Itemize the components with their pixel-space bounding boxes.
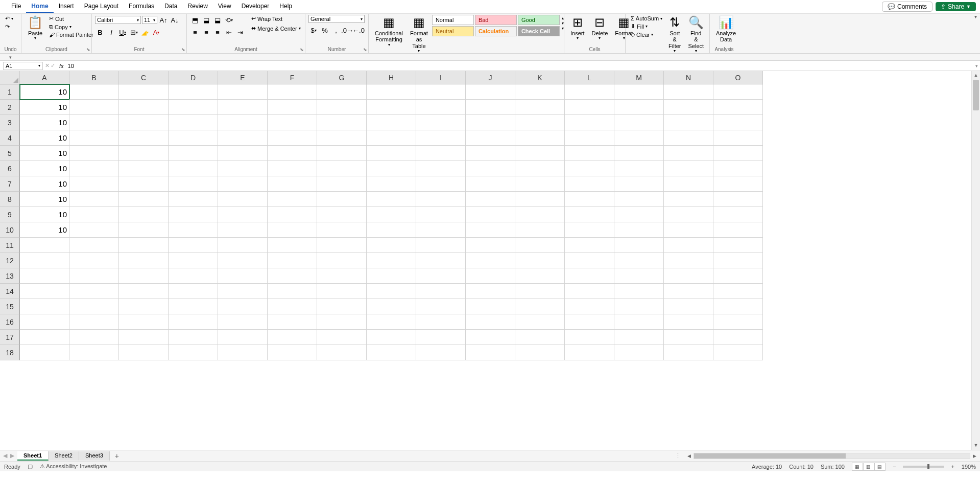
menu-tab-review[interactable]: Review — [182, 1, 212, 13]
cell-G11[interactable] — [317, 238, 367, 253]
cell-O3[interactable] — [713, 115, 763, 130]
cell-F1[interactable] — [268, 84, 317, 100]
align-center-button[interactable]: ≡ — [201, 27, 211, 37]
cell-H10[interactable] — [367, 222, 416, 238]
cell-N14[interactable] — [664, 284, 713, 299]
hscroll-thumb[interactable] — [694, 453, 846, 459]
name-box[interactable]: A1▾ — [3, 62, 43, 70]
cell-H17[interactable] — [367, 330, 416, 345]
cell-K13[interactable] — [515, 268, 565, 284]
alignment-launcher[interactable]: ⬊ — [300, 47, 304, 52]
analyze-data-button[interactable]: 📊Analyze Data — [713, 15, 739, 44]
add-sheet-button[interactable]: + — [110, 452, 124, 460]
cell-M7[interactable] — [614, 176, 664, 192]
cell-M8[interactable] — [614, 192, 664, 207]
cell-J15[interactable] — [466, 299, 515, 314]
cell-K16[interactable] — [515, 314, 565, 330]
cell-B15[interactable] — [69, 299, 119, 314]
menu-tab-view[interactable]: View — [213, 1, 236, 13]
cell-B17[interactable] — [69, 330, 119, 345]
cell-M16[interactable] — [614, 314, 664, 330]
row-header-8[interactable]: 8 — [0, 192, 20, 207]
cell-M11[interactable] — [614, 238, 664, 253]
cell-K8[interactable] — [515, 192, 565, 207]
cell-N7[interactable] — [664, 176, 713, 192]
cell-O4[interactable] — [713, 130, 763, 146]
cell-E8[interactable] — [218, 192, 268, 207]
cell-F11[interactable] — [268, 238, 317, 253]
cell-K6[interactable] — [515, 161, 565, 176]
cell-J2[interactable] — [466, 100, 515, 115]
increase-indent-button[interactable]: ⇥ — [235, 27, 245, 37]
view-page-layout-button[interactable]: ▥ — [863, 463, 874, 471]
autosum-button[interactable]: ΣAutoSum▾ — [629, 15, 664, 22]
sort-filter-button[interactable]: ⇅Sort & Filter▾ — [665, 15, 684, 54]
cell-B4[interactable] — [69, 130, 119, 146]
row-header-16[interactable]: 16 — [0, 314, 20, 330]
cell-K4[interactable] — [515, 130, 565, 146]
row-header-9[interactable]: 9 — [0, 207, 20, 222]
cell-B8[interactable] — [69, 192, 119, 207]
row-header-4[interactable]: 4 — [0, 130, 20, 146]
cell-K11[interactable] — [515, 238, 565, 253]
menu-tab-data[interactable]: Data — [159, 1, 182, 13]
cell-J4[interactable] — [466, 130, 515, 146]
delete-cells-button[interactable]: ⊟Delete▾ — [589, 15, 611, 42]
accounting-format-button[interactable]: $▾ — [308, 25, 319, 35]
cell-F13[interactable] — [268, 268, 317, 284]
cell-E16[interactable] — [218, 314, 268, 330]
cell-J16[interactable] — [466, 314, 515, 330]
row-header-2[interactable]: 2 — [0, 100, 20, 115]
cell-L1[interactable] — [565, 84, 614, 100]
cell-N16[interactable] — [664, 314, 713, 330]
cell-D2[interactable] — [169, 100, 218, 115]
cell-O5[interactable] — [713, 146, 763, 161]
cell-G6[interactable] — [317, 161, 367, 176]
cell-B6[interactable] — [69, 161, 119, 176]
cell-style-normal[interactable]: Normal — [432, 15, 474, 25]
cell-D4[interactable] — [169, 130, 218, 146]
fill-button[interactable]: ⬇Fill▾ — [629, 22, 664, 30]
cell-A2[interactable]: 10 — [20, 100, 69, 115]
cell-H5[interactable] — [367, 146, 416, 161]
cell-B12[interactable] — [69, 253, 119, 268]
cell-D11[interactable] — [169, 238, 218, 253]
cell-J6[interactable] — [466, 161, 515, 176]
cell-D9[interactable] — [169, 207, 218, 222]
cell-A3[interactable]: 10 — [20, 115, 69, 130]
cell-F6[interactable] — [268, 161, 317, 176]
cell-O13[interactable] — [713, 268, 763, 284]
column-header-J[interactable]: J — [466, 71, 515, 84]
cell-L16[interactable] — [565, 314, 614, 330]
cell-I9[interactable] — [416, 207, 466, 222]
cell-M12[interactable] — [614, 253, 664, 268]
cell-N1[interactable] — [664, 84, 713, 100]
cell-I4[interactable] — [416, 130, 466, 146]
menu-tab-help[interactable]: Help — [274, 1, 297, 13]
cell-C4[interactable] — [119, 130, 169, 146]
cell-K15[interactable] — [515, 299, 565, 314]
cell-I17[interactable] — [416, 330, 466, 345]
cell-E15[interactable] — [218, 299, 268, 314]
hscroll-left[interactable]: ◀ — [686, 453, 692, 459]
cell-M5[interactable] — [614, 146, 664, 161]
cell-I12[interactable] — [416, 253, 466, 268]
cell-O2[interactable] — [713, 100, 763, 115]
cell-C15[interactable] — [119, 299, 169, 314]
cell-N13[interactable] — [664, 268, 713, 284]
cell-style-good[interactable]: Good — [518, 15, 560, 25]
cell-L7[interactable] — [565, 176, 614, 192]
cell-N2[interactable] — [664, 100, 713, 115]
cell-G12[interactable] — [317, 253, 367, 268]
cell-J9[interactable] — [466, 207, 515, 222]
cell-G3[interactable] — [317, 115, 367, 130]
cell-A5[interactable]: 10 — [20, 146, 69, 161]
cell-L6[interactable] — [565, 161, 614, 176]
row-header-1[interactable]: 1 — [0, 84, 20, 100]
zoom-level[interactable]: 190% — [962, 464, 976, 470]
zoom-slider[interactable] — [903, 466, 944, 468]
cell-L11[interactable] — [565, 238, 614, 253]
align-right-button[interactable]: ≡ — [212, 27, 223, 37]
vertical-scrollbar[interactable]: ▲ ▼ — [971, 71, 980, 450]
cell-B11[interactable] — [69, 238, 119, 253]
